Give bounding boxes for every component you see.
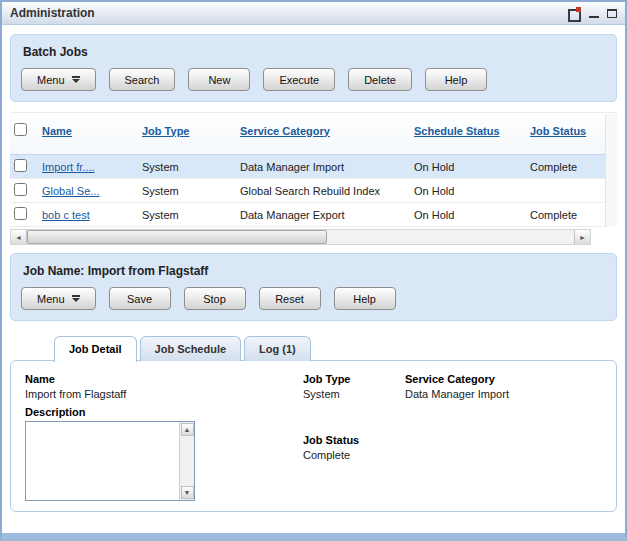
job-status-cell: Complete <box>526 203 606 227</box>
table-row[interactable]: Global Se... System Global Search Rebuil… <box>10 179 606 203</box>
job-type-cell: System <box>138 179 236 203</box>
schedule-status-cell: On Hold <box>410 179 526 203</box>
reset-button[interactable]: Reset <box>259 287 321 310</box>
job-name-link[interactable]: Global Se... <box>42 185 99 197</box>
batch-jobs-title: Batch Jobs <box>23 45 606 59</box>
table-row[interactable]: Import fr.... System Data Manager Import… <box>10 155 606 179</box>
detail-tabs: Job Detail Job Schedule Log (1) <box>54 336 617 361</box>
column-header-job-status[interactable]: Job Status <box>526 113 606 155</box>
job-detail-panel: Name Import from Flagstaff Description ▲… <box>10 360 617 512</box>
description-field-wrap: ▲ ▼ <box>25 421 195 501</box>
job-menu-button[interactable]: Menu <box>21 287 96 310</box>
job-status-label: Job Status <box>303 434 405 446</box>
column-header-schedule-status[interactable]: Schedule Status <box>410 113 526 155</box>
job-type-cell: System <box>138 203 236 227</box>
scroll-up-icon[interactable]: ▲ <box>181 423 194 436</box>
window-title: Administration <box>10 6 95 20</box>
jobs-table-area: Name Job Type Service Category Schedule … <box>10 112 617 245</box>
select-all-checkbox[interactable] <box>14 123 27 136</box>
name-value: Import from Flagstaff <box>25 388 303 400</box>
job-type-value: System <box>303 388 405 400</box>
job-type-label: Job Type <box>303 373 405 385</box>
tab-job-detail[interactable]: Job Detail <box>54 336 137 362</box>
search-button[interactable]: Search <box>109 68 176 91</box>
administration-window: Administration Batch Jobs Menu Search Ne… <box>0 0 627 541</box>
help-button[interactable]: Help <box>425 68 487 91</box>
job-type-cell: System <box>138 155 236 179</box>
menu-dropdown-icon <box>72 295 80 302</box>
job-status-cell <box>526 179 606 203</box>
horizontal-scroll-thumb[interactable] <box>27 230 327 244</box>
table-row[interactable]: bob c test System Data Manager Export On… <box>10 203 606 227</box>
service-category-cell: Data Manager Export <box>236 203 410 227</box>
horizontal-scroll-track[interactable] <box>27 230 574 244</box>
maximize-icon[interactable] <box>607 9 617 18</box>
job-name-link[interactable]: bob c test <box>42 209 90 221</box>
table-horizontal-scrollbar[interactable]: ◄ ► <box>10 229 591 245</box>
service-category-label: Service Category <box>405 373 602 385</box>
table-header-row: Name Job Type Service Category Schedule … <box>10 113 606 155</box>
tab-job-schedule[interactable]: Job Schedule <box>140 336 242 361</box>
job-name-link[interactable]: Import fr.... <box>42 161 95 173</box>
scroll-left-icon[interactable]: ◄ <box>11 230 27 244</box>
title-bar: Administration <box>2 2 625 25</box>
service-category-cell: Data Manager Import <box>236 155 410 179</box>
row-checkbox[interactable] <box>14 159 27 172</box>
table-vertical-scrollbar[interactable] <box>605 114 617 227</box>
row-checkbox[interactable] <box>14 183 27 196</box>
scroll-right-icon[interactable]: ► <box>574 230 590 244</box>
service-category-cell: Global Search Rebuild Index <box>236 179 410 203</box>
column-header-name[interactable]: Name <box>38 113 138 155</box>
job-status-cell: Complete <box>526 155 606 179</box>
job-status-value: Complete <box>303 449 405 461</box>
save-button[interactable]: Save <box>109 287 171 310</box>
job-name-panel: Job Name: Import from Flagstaff Menu Sav… <box>10 253 617 321</box>
job-name-title: Job Name: Import from Flagstaff <box>23 264 606 278</box>
tab-log[interactable]: Log (1) <box>244 336 311 361</box>
service-category-value: Data Manager Import <box>405 388 602 400</box>
row-checkbox[interactable] <box>14 207 27 220</box>
batch-menu-label: Menu <box>37 74 65 86</box>
batch-menu-button[interactable]: Menu <box>21 68 96 91</box>
textarea-scrollbar[interactable]: ▲ ▼ <box>179 422 194 500</box>
name-label: Name <box>25 373 303 385</box>
minimize-icon[interactable] <box>589 9 599 18</box>
new-button[interactable]: New <box>188 68 250 91</box>
schedule-status-cell: On Hold <box>410 203 526 227</box>
scroll-down-icon[interactable]: ▼ <box>181 486 194 499</box>
delete-button[interactable]: Delete <box>348 68 412 91</box>
schedule-status-cell: On Hold <box>410 155 526 179</box>
job-menu-label: Menu <box>37 293 65 305</box>
job-help-button[interactable]: Help <box>334 287 396 310</box>
description-label: Description <box>25 406 303 418</box>
column-header-service-category[interactable]: Service Category <box>236 113 410 155</box>
column-header-job-type[interactable]: Job Type <box>138 113 236 155</box>
popout-window-icon[interactable] <box>568 7 581 19</box>
batch-jobs-panel: Batch Jobs Menu Search New Execute Delet… <box>10 34 617 102</box>
menu-dropdown-icon <box>72 76 80 83</box>
description-field[interactable] <box>26 422 179 500</box>
stop-button[interactable]: Stop <box>184 287 246 310</box>
execute-button[interactable]: Execute <box>263 68 335 91</box>
jobs-table: Name Job Type Service Category Schedule … <box>10 113 606 227</box>
